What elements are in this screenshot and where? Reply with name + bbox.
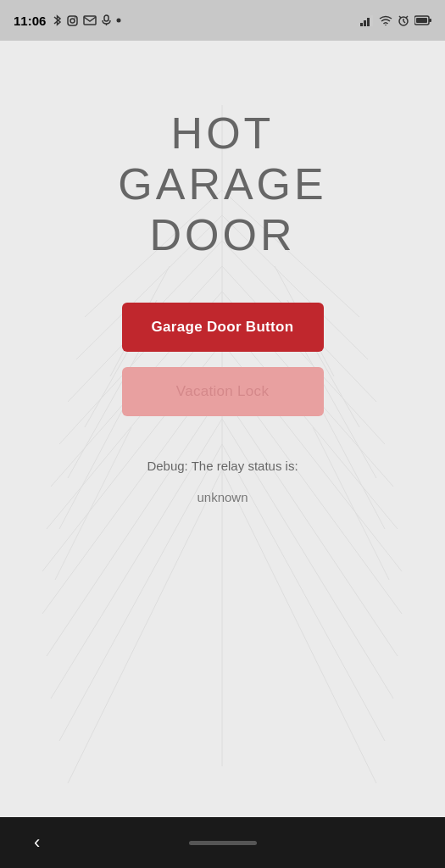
signal-icon xyxy=(360,15,374,26)
status-bar: 11:06 xyxy=(0,0,445,41)
main-content: HOT GARAGE DOOR Garage Door Button Vacat… xyxy=(0,41,445,504)
svg-rect-54 xyxy=(416,18,427,23)
home-indicator[interactable] xyxy=(189,841,257,845)
svg-rect-40 xyxy=(104,15,108,21)
nav-bar: ‹ xyxy=(0,817,445,868)
app-title: HOT GARAGE DOOR xyxy=(118,108,327,260)
dot-icon xyxy=(116,18,121,23)
wifi-icon xyxy=(379,15,392,25)
status-icons-left xyxy=(53,14,121,27)
mic-icon xyxy=(102,14,111,26)
gmail-icon xyxy=(83,15,97,25)
instagram-icon xyxy=(67,15,78,26)
bluetooth-icon xyxy=(53,14,62,27)
svg-rect-46 xyxy=(370,15,373,26)
status-bar-left: 11:06 xyxy=(14,14,121,28)
svg-line-52 xyxy=(406,16,408,18)
svg-point-42 xyxy=(117,19,121,23)
svg-rect-36 xyxy=(68,16,77,25)
debug-section: Debug: The relay status is: unknown xyxy=(147,459,298,504)
svg-rect-45 xyxy=(367,18,370,26)
svg-rect-39 xyxy=(84,16,96,25)
garage-door-button[interactable]: Garage Door Button xyxy=(122,303,324,352)
svg-rect-44 xyxy=(364,20,366,26)
battery-icon xyxy=(414,15,431,25)
svg-rect-43 xyxy=(360,23,363,26)
title-line1: HOT xyxy=(171,108,275,158)
title-line3: DOOR xyxy=(150,210,296,259)
svg-point-37 xyxy=(70,19,75,23)
svg-line-50 xyxy=(403,21,405,23)
svg-line-51 xyxy=(399,16,401,18)
alarm-icon xyxy=(398,14,409,26)
status-bar-right xyxy=(360,14,431,26)
debug-label: Debug: The relay status is: xyxy=(147,459,298,473)
svg-rect-55 xyxy=(429,19,431,22)
title-line2: GARAGE xyxy=(118,159,327,209)
svg-point-38 xyxy=(75,17,76,19)
status-time: 11:06 xyxy=(14,14,46,28)
back-button[interactable]: ‹ xyxy=(34,832,40,854)
svg-point-47 xyxy=(385,25,387,25)
debug-status: unknown xyxy=(197,490,248,504)
vacation-lock-button[interactable]: Vacation Lock xyxy=(122,367,324,416)
